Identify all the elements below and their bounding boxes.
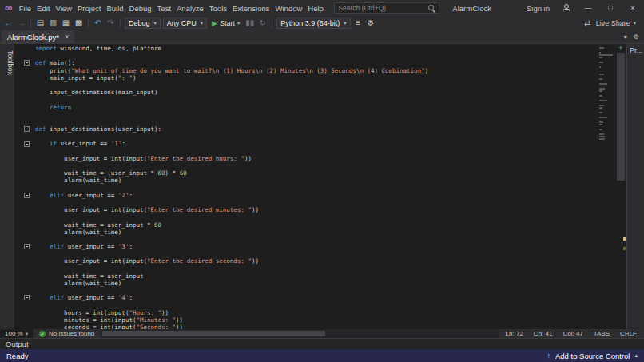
code-line[interactable]: alarm(wait_time): [14, 229, 598, 236]
code-line[interactable]: [14, 265, 598, 272]
code-line[interactable]: [14, 302, 598, 309]
tabs-indicator[interactable]: TABS: [594, 330, 610, 337]
code-line[interactable]: return: [14, 104, 598, 111]
configuration-dropdown[interactable]: Debug ▾: [125, 18, 161, 29]
code-line[interactable]: elif user_input == '2':: [14, 192, 598, 199]
eol-indicator[interactable]: CRLF: [620, 330, 637, 337]
horizontal-scrollbar-thumb[interactable]: [102, 331, 324, 336]
code-line[interactable]: def main():: [14, 59, 598, 66]
code-line[interactable]: [14, 162, 598, 169]
vertical-scrollbar-thumb[interactable]: [617, 53, 625, 181]
menu-item[interactable]: Window: [272, 0, 305, 16]
search-input[interactable]: Search (Ctrl+Q): [334, 2, 439, 14]
code-line[interactable]: minutes = int(input("Minutes: ")): [14, 316, 598, 324]
menu-item[interactable]: Edit: [34, 0, 53, 16]
code-line[interactable]: [14, 133, 598, 140]
save-all-icon[interactable]: ▩: [74, 17, 84, 30]
code-line[interactable]: [14, 111, 598, 118]
solution-explorer-icon[interactable]: ≡: [353, 17, 364, 30]
code-line[interactable]: wait_time = (user_input * 60) * 60: [14, 169, 598, 177]
code-line[interactable]: [14, 236, 598, 243]
code-line[interactable]: if user_input == '1':: [14, 140, 598, 147]
menu-item[interactable]: File: [16, 0, 34, 16]
menu-item[interactable]: Test: [154, 0, 173, 16]
fold-collapse-icon[interactable]: [24, 126, 30, 132]
platform-dropdown[interactable]: Any CPU ▾: [163, 18, 207, 29]
code-line[interactable]: elif user_input == '4':: [14, 294, 598, 301]
fold-collapse-icon[interactable]: [24, 244, 30, 249]
code-line[interactable]: [14, 148, 598, 155]
code-line[interactable]: hours = int(input("Hours: ")): [14, 309, 598, 316]
menu-item[interactable]: Analyze: [174, 0, 207, 16]
code-line[interactable]: [14, 82, 598, 89]
navigate-back-icon[interactable]: ←: [3, 17, 14, 30]
properties-panel-tab[interactable]: Pr...: [626, 44, 644, 329]
settings-gear-icon[interactable]: ⚙: [366, 17, 376, 30]
minimize-button[interactable]: —: [577, 0, 599, 16]
code-line[interactable]: input_destinations(main_input): [14, 89, 598, 96]
code-line[interactable]: user_input = int(input("Enter the desire…: [14, 257, 598, 265]
menu-item[interactable]: Help: [305, 0, 327, 16]
code-line[interactable]: [14, 96, 598, 103]
fold-collapse-icon[interactable]: [24, 60, 30, 66]
document-health-indicator[interactable]: ✓ No issues found: [33, 330, 101, 337]
menu-item[interactable]: Build: [104, 0, 126, 16]
code-line[interactable]: def input_destinations(user_input):: [14, 125, 598, 133]
code-line[interactable]: [14, 250, 598, 257]
redo-icon[interactable]: ↷: [105, 17, 116, 30]
code-line[interactable]: [14, 287, 598, 294]
code-line[interactable]: import winsound, time, os, platform: [14, 45, 598, 52]
pause-icon[interactable]: ▮▮: [244, 17, 255, 30]
active-files-dropdown-icon[interactable]: ▾: [624, 34, 627, 41]
code-line[interactable]: seconds = int(input("Seconds: ")): [14, 324, 598, 329]
toolbox-tab[interactable]: Toolbox: [0, 44, 14, 329]
code-line[interactable]: wait_time = user_input: [14, 272, 598, 280]
code-editor[interactable]: import winsound, time, os, platformdef m…: [14, 44, 598, 329]
maximize-button[interactable]: □: [599, 0, 622, 16]
vertical-scrollbar[interactable]: +: [615, 44, 626, 329]
menu-item[interactable]: Tools: [206, 0, 229, 16]
sign-in-button[interactable]: Sign in: [522, 4, 555, 13]
tab-alarmclock-py[interactable]: AlarmClock.py* ×: [2, 30, 74, 43]
menu-item[interactable]: Extensions: [230, 0, 272, 16]
menu-item[interactable]: Project: [74, 0, 104, 16]
fold-collapse-icon[interactable]: [24, 295, 30, 300]
code-line[interactable]: print("What unit of time do you want to …: [14, 67, 598, 74]
start-debug-button[interactable]: ▶ Start ▾: [209, 19, 242, 27]
python-environment-dropdown[interactable]: Python 3.9 (64-bit) ▾: [276, 18, 350, 29]
restart-icon[interactable]: ↻: [257, 17, 268, 30]
code-line[interactable]: [14, 52, 598, 59]
save-icon[interactable]: ▦: [61, 17, 71, 30]
document-options-gear-icon[interactable]: ⚙: [634, 34, 639, 41]
horizontal-scrollbar[interactable]: [101, 329, 498, 338]
split-editor-icon[interactable]: +: [615, 44, 626, 52]
code-line[interactable]: elif user_input == '3':: [14, 243, 598, 250]
live-share-button[interactable]: Live Share: [596, 19, 630, 27]
code-line[interactable]: [14, 199, 598, 206]
menu-item[interactable]: Debug: [126, 0, 154, 16]
minimap[interactable]: [598, 44, 615, 329]
code-line[interactable]: alarm(wait_time): [14, 280, 598, 287]
open-file-icon[interactable]: ▥: [48, 17, 58, 30]
code-line[interactable]: user_input = int(input("Enter the desire…: [14, 155, 598, 162]
expand-status-icon[interactable]: ▴: [634, 352, 638, 359]
zoom-dropdown[interactable]: 100 % ▾: [0, 329, 33, 338]
navigate-forward-icon[interactable]: →: [16, 17, 26, 30]
code-line[interactable]: [14, 118, 598, 125]
user-avatar-icon[interactable]: [561, 4, 570, 13]
close-button[interactable]: ×: [622, 0, 644, 16]
new-file-icon[interactable]: ▤: [35, 17, 46, 30]
tab-close-icon[interactable]: ×: [65, 33, 69, 41]
fold-collapse-icon[interactable]: [24, 193, 30, 198]
add-to-source-control-button[interactable]: Add to Source Control: [555, 352, 630, 360]
code-line[interactable]: wait_time = user_input * 60: [14, 221, 598, 229]
code-line[interactable]: alarm(wait_time): [14, 177, 598, 184]
code-line[interactable]: [14, 185, 598, 192]
output-panel-header[interactable]: Output: [0, 338, 644, 349]
menu-item[interactable]: View: [53, 0, 74, 16]
fold-collapse-icon[interactable]: [24, 141, 30, 147]
code-line[interactable]: user_input = int(input("Enter the desire…: [14, 206, 598, 213]
code-line[interactable]: [14, 213, 598, 221]
undo-icon[interactable]: ↶: [93, 17, 103, 30]
code-line[interactable]: main_input = input(": "): [14, 74, 598, 82]
